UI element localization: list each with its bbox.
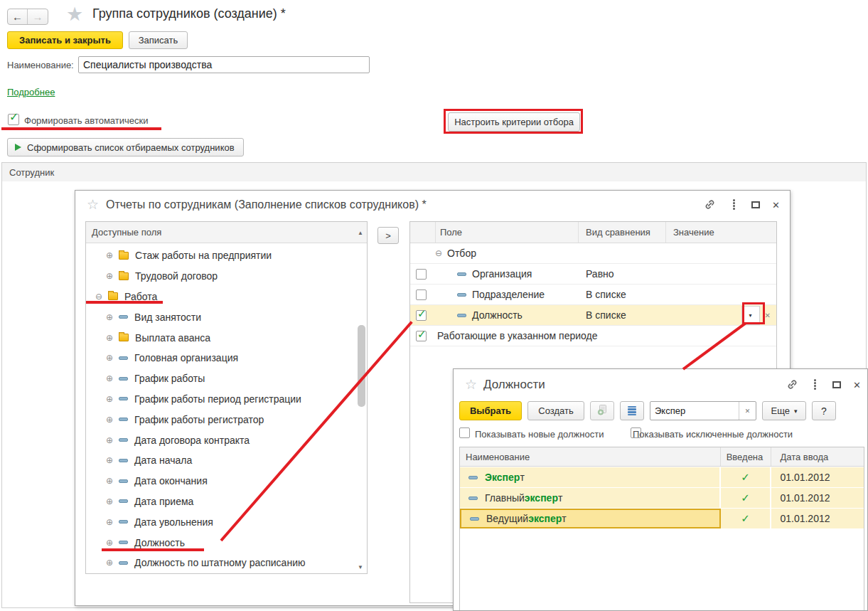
search-input[interactable] [650, 402, 739, 420]
filter-row[interactable]: Организация Равно [410, 264, 776, 285]
tree-item[interactable]: ⊕ Вид занятости [87, 307, 366, 327]
item-icon [470, 517, 479, 521]
close-icon[interactable]: ✕ [853, 380, 861, 390]
favorite-star-icon[interactable]: ☆ [465, 376, 477, 393]
value-dropdown-button[interactable]: ▾ [741, 306, 760, 325]
row-checkbox[interactable]: ✓ [416, 331, 427, 341]
show-excluded-label: Показывать исключенные должности [633, 429, 793, 440]
history-nav[interactable]: ← → [7, 9, 48, 25]
filter-row[interactable]: Подразделение В списке [410, 285, 776, 305]
row-checkbox[interactable] [416, 269, 427, 280]
tree-item[interactable]: ⊕ График работы период регистрации [87, 389, 366, 410]
field-icon [457, 314, 466, 317]
expand-plus-icon[interactable]: ⊕ [106, 374, 113, 383]
value-clear-icon[interactable]: ✕ [765, 312, 771, 319]
scroll-up-icon[interactable]: ▲ [358, 230, 363, 236]
expand-plus-icon[interactable]: ⊕ [106, 497, 113, 506]
expand-plus-icon[interactable]: ⊕ [106, 518, 113, 526]
positions-table-header: Наименование Введена Дата ввода [460, 447, 864, 467]
tree-item[interactable]: ⊕ Головная организация [87, 348, 366, 368]
position-row-selected[interactable]: Ведущий эксперт ✓ 01.01.2012 [460, 509, 864, 528]
filter-comparison: В списке [579, 289, 666, 300]
tree-item-dolzhnost[interactable]: ⊕ Должность [87, 532, 366, 553]
auto-generate-checkbox[interactable]: ✓ [8, 114, 19, 125]
expand-plus-icon[interactable]: ⊕ [106, 456, 113, 464]
expand-plus-icon[interactable]: ⊕ [106, 272, 113, 280]
field-icon [119, 561, 128, 565]
expand-plus-icon[interactable]: ⊕ [106, 251, 113, 260]
close-icon[interactable]: ✕ [772, 200, 780, 211]
menu-dots-icon[interactable] [814, 379, 816, 390]
column-value: Значение [666, 222, 776, 243]
expand-plus-icon[interactable]: ⊕ [106, 313, 113, 322]
filter-group-row[interactable]: ⊖ Отбор [410, 243, 776, 264]
tree-item[interactable]: ⊕ Должность по штатному расписанию [87, 553, 366, 573]
create-button[interactable]: Создать [527, 401, 584, 420]
move-field-button[interactable]: > [377, 227, 399, 244]
expand-plus-icon[interactable]: ⊕ [106, 395, 113, 403]
expand-plus-icon[interactable]: ⊕ [106, 415, 113, 424]
generate-list-button[interactable]: Сформировать список отбираемых сотрудник… [7, 138, 244, 156]
expand-plus-icon[interactable]: ⊕ [106, 538, 113, 547]
row-checkbox[interactable] [416, 289, 427, 300]
tree-item[interactable]: ⊕ Выплата аванса [87, 327, 366, 348]
tree-item[interactable]: ⊕ Дата окончания [87, 471, 366, 492]
tree-item[interactable]: ⊕ Дата договора контракта [87, 430, 366, 450]
expand-plus-icon[interactable]: ⊕ [106, 436, 113, 445]
name-input[interactable] [78, 56, 370, 73]
checkmark-icon: ✓ [417, 329, 427, 339]
tree-item[interactable]: ⊕ Трудовой договор [87, 266, 366, 287]
tree-item[interactable]: ⊕ Дата приема [87, 492, 366, 512]
tree-item[interactable]: ⊕ Дата увольнения [87, 511, 366, 532]
more-link[interactable]: Подробнее [7, 87, 55, 97]
show-new-label: Показывать новые должности [475, 429, 604, 440]
more-button[interactable]: Еще ▾ [762, 401, 806, 420]
menu-dots-icon[interactable] [733, 199, 735, 210]
name-post: т [558, 492, 562, 504]
scrollbar-thumb[interactable] [358, 325, 365, 407]
tree-item[interactable]: ⊕ График работы [87, 368, 366, 389]
filter-row[interactable]: ✓ Работающие в указанном периоде [410, 326, 776, 346]
select-button[interactable]: Выбрать [459, 401, 522, 420]
column-entry-date: Дата ввода [771, 447, 864, 466]
entry-date: 01.01.2012 [771, 488, 864, 508]
expand-plus-icon[interactable]: ⊕ [106, 334, 113, 342]
column-entered: Введена [721, 447, 772, 466]
save-and-close-button[interactable]: Записать и закрыть [7, 31, 123, 49]
collapse-minus-icon[interactable]: ⊖ [435, 249, 442, 257]
scroll-down-icon[interactable]: ▼ [358, 564, 363, 570]
list-mode-button[interactable] [620, 401, 644, 420]
back-icon[interactable]: ← [8, 9, 28, 24]
show-new-checkbox[interactable] [459, 427, 470, 438]
favorite-star-icon[interactable]: ☆ [87, 196, 99, 213]
expand-plus-icon[interactable]: ⊕ [106, 477, 113, 485]
forward-icon[interactable]: → [28, 9, 48, 24]
tree-item[interactable]: ⊕ Дата начала [87, 450, 366, 471]
tree-item[interactable]: ⊕ Стаж работы на предприятии [87, 245, 366, 266]
maximize-icon[interactable] [751, 201, 760, 208]
tree-item-label: Работа [124, 291, 157, 302]
item-icon [468, 496, 478, 500]
position-row[interactable]: Главный эксперт ✓ 01.01.2012 [460, 488, 864, 508]
search-field[interactable]: ✕ [650, 401, 756, 420]
row-checkbox[interactable]: ✓ [416, 310, 427, 321]
copy-item-button[interactable] [590, 401, 614, 420]
link-icon[interactable] [786, 378, 798, 393]
favorite-star-icon[interactable]: ★ [66, 3, 83, 26]
help-button[interactable]: ? [812, 401, 836, 420]
expand-plus-icon[interactable]: ⊕ [106, 354, 113, 362]
expand-plus-icon[interactable]: ⊕ [106, 558, 113, 567]
filter-row-dolzhnost[interactable]: ✓ Должность В списке ▾ ✕ [410, 305, 776, 326]
position-row[interactable]: Эксперт ✓ 01.01.2012 [460, 467, 864, 487]
tree-item[interactable]: ⊕ График работы регистратор [87, 409, 366, 430]
name-match: Экспер [485, 472, 520, 483]
link-icon[interactable] [704, 198, 716, 213]
search-clear-icon[interactable]: ✕ [739, 402, 756, 420]
maximize-icon[interactable] [832, 381, 841, 388]
save-button[interactable]: Записать [129, 31, 188, 49]
collapse-minus-icon[interactable]: ⊖ [95, 292, 102, 301]
filter-field: Организация [472, 268, 532, 280]
configure-criteria-button[interactable]: Настроить критерии отбора [448, 112, 580, 132]
filter-comparison: Равно [579, 268, 666, 280]
tree-item-rabota[interactable]: ⊖ Работа [87, 287, 366, 307]
